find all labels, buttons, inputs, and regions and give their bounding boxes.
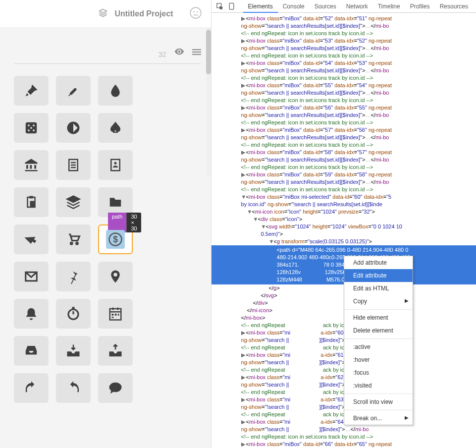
- menu-item--hover[interactable]: :hover: [344, 353, 413, 366]
- svg-point-9: [28, 124, 30, 126]
- dom-node[interactable]: <!-- end ngRepeat: icon in set.icons tra…: [212, 186, 476, 193]
- dom-node[interactable]: <!-- end ngRepeat: icon in set.icons tra…: [212, 119, 476, 126]
- clipboard-paste-box[interactable]: [14, 187, 49, 217]
- svg-rect-36: [112, 317, 114, 318]
- tab-network[interactable]: Network: [341, 0, 373, 13]
- menu-item--active[interactable]: :active: [344, 340, 413, 353]
- dom-node[interactable]: <!-- end ngRepeat: icon in set.icons tra…: [212, 433, 476, 441]
- dom-node[interactable]: ng-show="!search || searchResults[set.id…: [212, 45, 476, 52]
- dom-node[interactable]: ▶<mi-box class="miBox" data-id="54" data…: [212, 59, 476, 67]
- dom-node[interactable]: ▶<mi-box class="miBox" data-id="55" data…: [212, 82, 476, 89]
- envelope-box[interactable]: [14, 262, 49, 291]
- tab-resources[interactable]: Resources: [435, 0, 473, 13]
- dom-node[interactable]: by icon.id" ng-show="!search || searchRe…: [212, 201, 476, 208]
- inspect-element-icon[interactable]: [214, 1, 225, 11]
- redo-arrow-box[interactable]: [14, 373, 49, 403]
- svg-point-1: [190, 7, 201, 18]
- menu-item-break-on-[interactable]: Break on...▶: [344, 412, 413, 425]
- dom-node[interactable]: ng-show="!search || searchResults[set.id…: [212, 22, 476, 30]
- scrollbar[interactable]: [206, 28, 211, 176]
- spade-box[interactable]: [98, 113, 133, 143]
- dom-node[interactable]: ▶<mi-box class="miBox" data-id="58" data…: [212, 149, 476, 156]
- menu-item--focus[interactable]: :focus: [344, 366, 413, 379]
- shopping-cart-box[interactable]: [56, 224, 91, 254]
- speech-bubble-icon: [108, 381, 123, 395]
- menu-item-copy[interactable]: Copy▶: [344, 295, 413, 308]
- tab-sources[interactable]: Sources: [310, 0, 341, 13]
- dom-node[interactable]: <!-- end ngRepeat: icon in set.icons tra…: [212, 97, 476, 104]
- droplet-box[interactable]: [98, 76, 133, 106]
- inbox-upload-box[interactable]: [98, 336, 133, 366]
- inbox-box[interactable]: [14, 336, 49, 366]
- document-lines-box[interactable]: [56, 150, 91, 180]
- menu-item-hide-element[interactable]: Hide element: [344, 311, 413, 324]
- dom-node[interactable]: ▶<mi-box class="miBox" data-id="66" data…: [212, 441, 476, 448]
- pushpin-box[interactable]: [56, 262, 91, 291]
- menu-separator: [344, 309, 413, 310]
- dom-node[interactable]: ng-show="!search || searchResults[set.id…: [212, 112, 476, 119]
- eye-icon[interactable]: [174, 47, 184, 58]
- tab-console[interactable]: Console: [278, 0, 310, 13]
- dom-node[interactable]: ▼<mi-icon icon="icon" height="1024" prev…: [212, 208, 476, 216]
- menu-item-scroll-into-view[interactable]: Scroll into view: [344, 395, 413, 408]
- layers-stack-box[interactable]: [56, 187, 91, 217]
- dom-node[interactable]: <!-- end ngRepeat: icon in set.icons tra…: [212, 30, 476, 37]
- dom-node[interactable]: ▶<mi-box class="miBox" data-id="53" data…: [212, 37, 476, 45]
- dom-node[interactable]: ▶<mi-box class="miBox" data-id="56" data…: [212, 104, 476, 112]
- menu-item--visited[interactable]: :visited: [344, 379, 413, 392]
- tab-profiles[interactable]: Profiles: [405, 0, 435, 13]
- dom-node[interactable]: ng-show="!search || searchResults[set.id…: [212, 89, 476, 97]
- menu-separator: [344, 410, 413, 410]
- dom-node[interactable]: ▼<g transform="scale(0.03125 0.03125)">: [212, 238, 476, 245]
- menu-item-add-attribute[interactable]: Add attribute: [344, 256, 413, 269]
- set-header: 32: [0, 28, 211, 63]
- stopwatch-box[interactable]: [56, 299, 91, 329]
- bank-box[interactable]: [14, 150, 49, 180]
- speech-bubble-box[interactable]: [98, 373, 133, 403]
- calendar-box[interactable]: [98, 299, 133, 329]
- tab-elements[interactable]: Elements: [243, 0, 278, 13]
- app-header: Untitled Project: [0, 0, 211, 28]
- svg-rect-7: [192, 54, 201, 55]
- eyedropper-box[interactable]: [56, 76, 91, 106]
- dom-node[interactable]: <!-- end ngRepeat: icon in set.icons tra…: [212, 52, 476, 59]
- dom-node[interactable]: ▼<mi-box class="miBox mi-selected" data-…: [212, 193, 476, 201]
- dom-node[interactable]: <!-- end ngRepeat: icon in set.icons tra…: [212, 74, 476, 82]
- dom-node[interactable]: ▼<svg width="1024" height="1024" viewBox…: [212, 223, 476, 230]
- pacman-box[interactable]: [56, 113, 91, 143]
- dom-node[interactable]: ▶<mi-box class="miBox" data-id="52" data…: [212, 15, 476, 22]
- dom-node[interactable]: ng-show="!search || searchResults[set.id…: [212, 156, 476, 164]
- pen-nib-box[interactable]: [14, 76, 49, 106]
- inbox-download-box[interactable]: [56, 336, 91, 366]
- dice-box[interactable]: [14, 113, 49, 143]
- menu-icon[interactable]: [192, 48, 201, 58]
- tab-timeline[interactable]: Timeline: [373, 0, 405, 13]
- face-neutral-icon[interactable]: [189, 6, 202, 21]
- id-card-box[interactable]: [98, 150, 133, 180]
- device-mode-icon[interactable]: [226, 1, 237, 11]
- dom-node[interactable]: 0.5em)">: [212, 230, 476, 238]
- dom-node[interactable]: <!-- end ngRepeat: icon in set.icons tra…: [212, 141, 476, 149]
- dom-node[interactable]: <!-- end ngRepeat: icon in set.icons tra…: [212, 164, 476, 171]
- map-pin-box[interactable]: [98, 262, 133, 291]
- svg-point-3: [194, 11, 194, 12]
- svg-rect-28: [72, 307, 75, 309]
- svg-point-11: [28, 129, 30, 131]
- dollar-coin-box[interactable]: path30 × 30$: [98, 224, 133, 254]
- dom-node[interactable]: ▶<mi-box class="miBox" data-id="57" data…: [212, 126, 476, 134]
- dom-node[interactable]: ng-show="!search || searchResults[set.id…: [212, 67, 476, 74]
- menu-item-delete-element[interactable]: Delete element: [344, 324, 413, 337]
- dom-node[interactable]: ng-show="!search || ][$index]">…</mi-bo: [212, 426, 476, 433]
- menu-item-edit-attribute[interactable]: Edit attribute: [344, 269, 413, 282]
- bell-box[interactable]: [14, 299, 49, 329]
- dom-node[interactable]: ▼<div class="icon">: [212, 216, 476, 223]
- svg-rect-18: [111, 160, 120, 171]
- stopwatch-icon: [66, 306, 81, 321]
- dom-node[interactable]: ng-show="!search || searchResults[set.id…: [212, 178, 476, 186]
- dom-node[interactable]: ▶<mi-box class="miBox" data-id="59" data…: [212, 171, 476, 178]
- dom-node[interactable]: ng-show="!search || searchResults[set.id…: [212, 134, 476, 141]
- ticket-box[interactable]: [14, 224, 49, 254]
- menu-item-edit-as-html[interactable]: Edit as HTML: [344, 282, 413, 295]
- project-title[interactable]: Untitled Project: [114, 9, 173, 18]
- undo-arrow-box[interactable]: [56, 373, 91, 403]
